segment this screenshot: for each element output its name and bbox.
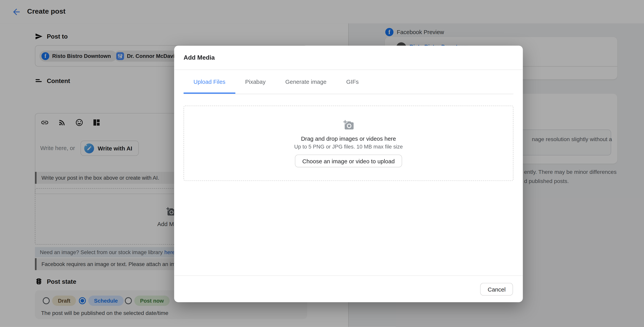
- modal-tabs: Upload Files Pixabay Generate image GIFs: [184, 70, 513, 94]
- tab-upload-files[interactable]: Upload Files: [184, 70, 235, 94]
- tab-pixabay[interactable]: Pixabay: [235, 70, 275, 94]
- add-photo-icon: [343, 120, 354, 130]
- tab-generate-image[interactable]: Generate image: [276, 70, 336, 94]
- add-media-modal: Add Media Upload Files Pixabay Generate …: [174, 46, 523, 302]
- modal-footer: Cancel: [174, 275, 523, 302]
- upload-dropzone[interactable]: Drag and drop images or videos here Up t…: [184, 106, 513, 181]
- dropzone-instruction: Drag and drop images or videos here: [184, 135, 513, 142]
- choose-upload-button[interactable]: Choose an image or video to upload: [295, 155, 402, 167]
- cancel-button[interactable]: Cancel: [480, 283, 513, 295]
- modal-title: Add Media: [184, 54, 215, 61]
- tab-gifs[interactable]: GIFs: [336, 70, 368, 94]
- dropzone-file-limits: Up to 5 PNG or JPG files. 10 MB max file…: [184, 143, 513, 150]
- app: Create post Post to f Risto Bistro Downt…: [0, 0, 644, 327]
- modal-header: Add Media: [174, 46, 523, 70]
